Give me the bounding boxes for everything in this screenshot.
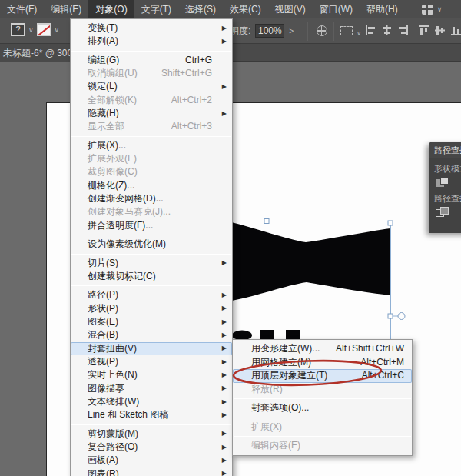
- tab-pathfinder[interactable]: 路径查找器: [429, 142, 461, 158]
- unite-shape-icon[interactable]: [436, 177, 449, 188]
- align-top-icon[interactable]: [419, 25, 429, 35]
- menu-item-clipping-mask[interactable]: 剪切蒙版(M)▶: [71, 428, 232, 441]
- align-right-icon[interactable]: [398, 25, 408, 35]
- menu-separator: [71, 285, 231, 286]
- menu-item-live-paint[interactable]: 实时上色(N)▶: [71, 368, 232, 381]
- menu-separator: [71, 254, 231, 255]
- submenu-arrow-icon: ▶: [222, 382, 227, 395]
- menu-item-transform[interactable]: 变换(T)▶: [71, 22, 232, 35]
- menu-item-create-gradient-mesh[interactable]: 创建渐变网格(D)...: [71, 192, 232, 205]
- chevron-down-icon: ∨: [437, 5, 443, 13]
- document-setup-globe-icon[interactable]: [317, 25, 327, 36]
- submenu-arrow-icon: ▶: [222, 428, 227, 441]
- submenu-item-make-with-mesh[interactable]: 用网格建立(M)Alt+Ctrl+M: [233, 356, 412, 370]
- menu-help[interactable]: 帮助(H): [360, 0, 405, 18]
- align-buttons: [366, 25, 461, 35]
- submenu-item-make-with-top-object[interactable]: 用顶层对象建立(T)Alt+Ctrl+C: [233, 369, 412, 383]
- submenu-item-make-with-warp[interactable]: 用变形建立(W)...Alt+Shift+Ctrl+W: [233, 342, 412, 356]
- menu-item-create-trim-marks[interactable]: 创建裁切标记(C): [71, 270, 232, 283]
- menu-separator: [71, 424, 231, 425]
- menu-file[interactable]: 文件(F): [0, 0, 44, 18]
- expand-panel-button[interactable]: >: [289, 27, 294, 35]
- submenu-arrow-icon: ▶: [222, 257, 227, 270]
- opacity-input[interactable]: 100%: [255, 24, 284, 38]
- menu-select[interactable]: 选择(S): [178, 0, 223, 18]
- menu-item-crop-image: 裁剪图像(C): [71, 165, 232, 178]
- menu-item-envelope-distort[interactable]: 封套扭曲(V)▶: [71, 342, 232, 355]
- menu-item-slice[interactable]: 切片(S)▶: [71, 257, 232, 270]
- menu-item-line-and-sketch-art[interactable]: Line 和 Sketch 图稿▶: [71, 408, 232, 421]
- object-menu: 变换(T)▶ 排列(A)▶ 编组(G)Ctrl+G 取消编组(U)Shift+C…: [70, 18, 233, 476]
- align-center-vertical-icon[interactable]: [435, 25, 445, 35]
- envelope-distort-submenu: 用变形建立(W)...Alt+Shift+Ctrl+W 用网格建立(M)Alt+…: [232, 339, 413, 456]
- menu-item-group[interactable]: 编组(G)Ctrl+G: [71, 54, 232, 67]
- submenu-arrow-icon: ▶: [222, 408, 227, 421]
- align-bottom-icon[interactable]: [451, 25, 461, 35]
- menu-item-graph[interactable]: 图表(R)▶: [71, 468, 232, 476]
- menu-item-shape[interactable]: 形状(P)▶: [71, 302, 232, 315]
- menu-item-hide[interactable]: 隐藏(H)▶: [71, 107, 232, 120]
- toolbar-divider: [333, 22, 334, 41]
- submenu-arrow-icon: ▶: [222, 342, 227, 355]
- submenu-arrow-icon: ▶: [222, 288, 227, 301]
- stroke-none-swatch[interactable]: [37, 23, 51, 36]
- workspace-switcher[interactable]: ∨: [422, 5, 443, 15]
- menu-separator: [234, 398, 411, 399]
- submenu-arrow-icon: ▶: [222, 395, 227, 408]
- menu-separator: [71, 51, 231, 52]
- menu-type[interactable]: 文字(T): [134, 0, 178, 18]
- menu-item-text-wrap[interactable]: 文本绕排(W)▶: [71, 395, 232, 408]
- chevron-down-icon[interactable]: ∨: [28, 26, 34, 34]
- align-left-icon[interactable]: [366, 25, 376, 35]
- menu-item-compound-path[interactable]: 复合路径(O)▶: [71, 441, 232, 454]
- menu-item-rasterize[interactable]: 栅格化(Z)...: [71, 179, 232, 192]
- menu-edit[interactable]: 编辑(E): [44, 0, 88, 18]
- submenu-arrow-icon: ▶: [222, 80, 227, 93]
- menu-item-image-trace[interactable]: 图像描摹▶: [71, 382, 232, 395]
- submenu-arrow-icon: ▶: [222, 315, 227, 328]
- submenu-item-release: 释放(R): [233, 383, 412, 397]
- shape-modes-label: 形状模式: [429, 158, 461, 177]
- illustrator-window: 路径查找器 形状模式 路径查找器 文件(F) 编辑(E) 对象(O) 文字(T)…: [0, 0, 461, 476]
- menubar: 文件(F) 编辑(E) 对象(O) 文字(T) 选择(S) 效果(C) 视图(V…: [0, 0, 461, 18]
- menu-item-unlock-all: 全部解锁(K)Alt+Ctrl+2: [71, 94, 232, 107]
- submenu-arrow-icon: ▶: [222, 302, 227, 315]
- submenu-arrow-icon: ▶: [222, 441, 227, 454]
- menu-separator: [234, 418, 411, 418]
- menu-item-create-object-mosaic: 创建对象马赛克(J)...: [71, 205, 232, 218]
- pathfinders-label: 路径查找器: [429, 188, 461, 207]
- menu-item-expand-appearance: 扩展外观(E): [71, 152, 232, 165]
- menu-item-pattern[interactable]: 图案(E)▶: [71, 315, 232, 328]
- submenu-arrow-icon: ▶: [222, 328, 227, 341]
- menu-view[interactable]: 视图(V): [268, 0, 313, 18]
- menu-item-arrange[interactable]: 排列(A)▶: [71, 35, 232, 48]
- menu-separator: [71, 235, 231, 235]
- divide-front-square: [440, 207, 449, 215]
- pathfinder-panel: 路径查找器 形状模式 路径查找器: [429, 142, 461, 233]
- menu-object[interactable]: 对象(O): [88, 0, 134, 18]
- menu-item-expand[interactable]: 扩展(X)...: [71, 139, 232, 152]
- menu-window[interactable]: 窗口(W): [313, 0, 360, 18]
- menu-item-flatten-transparency[interactable]: 拼合透明度(F)...: [71, 219, 232, 232]
- align-to-selection-icon[interactable]: ∨: [340, 26, 353, 35]
- submenu-arrow-icon: ▶: [222, 355, 227, 368]
- menu-separator: [234, 436, 411, 437]
- fill-color-swatch[interactable]: ?: [11, 23, 25, 36]
- menu-item-blend[interactable]: 混合(B)▶: [71, 328, 232, 341]
- menu-item-lock[interactable]: 锁定(L)▶: [71, 80, 232, 93]
- menu-item-path[interactable]: 路径(P)▶: [71, 288, 232, 301]
- divide-shape-icon[interactable]: [436, 207, 449, 218]
- submenu-arrow-icon: ▶: [222, 468, 227, 476]
- chevron-down-icon: ∨: [357, 30, 361, 37]
- menu-effect[interactable]: 效果(C): [223, 0, 268, 18]
- submenu-arrow-icon: ▶: [222, 35, 227, 48]
- align-center-horizontal-icon[interactable]: [382, 25, 392, 35]
- submenu-item-envelope-options[interactable]: 封套选项(O)...: [233, 401, 412, 415]
- menu-item-perspective[interactable]: 透视(P)▶: [71, 355, 232, 368]
- chevron-down-icon[interactable]: ∨: [55, 26, 60, 34]
- menu-item-artboards[interactable]: 画板(A)▶: [71, 454, 232, 467]
- submenu-arrow-icon: ▶: [222, 107, 227, 120]
- submenu-arrow-icon: ▶: [222, 454, 227, 467]
- toolbar-divider: [307, 22, 308, 41]
- menu-item-make-pixel-perfect[interactable]: 设为像素级优化(M): [71, 238, 232, 251]
